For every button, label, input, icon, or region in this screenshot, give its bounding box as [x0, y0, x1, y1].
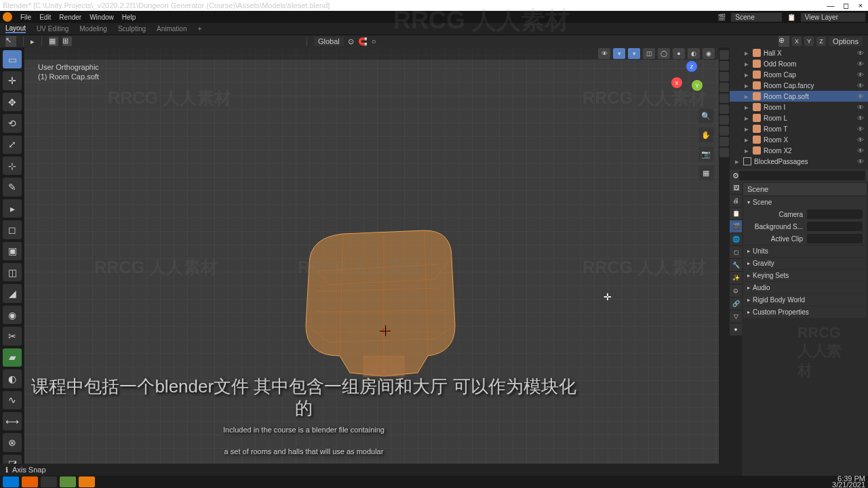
ptab-modifier[interactable]: 🔧 [730, 259, 742, 271]
taskbar-blender[interactable] [79, 476, 95, 487]
outliner-row[interactable]: ▸Room L👁 [730, 113, 868, 123]
tool-annotate[interactable]: ✎ [3, 178, 22, 196]
tool-transform[interactable]: ⊹ [3, 157, 22, 175]
menu-render[interactable]: Render [59, 14, 81, 21]
shading-icon[interactable]: ▾ [628, 48, 640, 59]
rendered-icon[interactable]: ◉ [703, 48, 715, 59]
strip-icon[interactable] [719, 61, 729, 70]
tool-spin[interactable]: ◐ [3, 369, 22, 388]
tab-add[interactable]: + [197, 25, 201, 33]
strip-icon[interactable] [719, 148, 729, 157]
outliner-row[interactable]: ▸Room T👁 [730, 123, 868, 134]
gizmo-z[interactable]: Z [686, 61, 697, 72]
camera-field[interactable] [807, 209, 863, 219]
snap-icon[interactable]: ▦ [49, 37, 58, 46]
snap-icon-2[interactable]: ⊞ [62, 37, 72, 46]
section-scene-header[interactable]: Scene [743, 197, 867, 208]
persp-icon[interactable]: ▦ [698, 165, 713, 180]
menu-edit[interactable]: Edit [39, 14, 51, 21]
menu-window[interactable]: Window [90, 14, 114, 21]
prop-section[interactable]: Audio [743, 282, 867, 293]
gizmo-icon[interactable]: ▾ [613, 48, 625, 59]
axis-y[interactable]: Y [804, 37, 814, 46]
taskbar-app[interactable] [41, 476, 57, 487]
clip-field[interactable] [807, 234, 863, 243]
tool-loopcut[interactable]: ◉ [3, 306, 22, 324]
outliner-row[interactable]: ▸Hall X👁 [730, 47, 868, 58]
strip-icon[interactable] [719, 137, 729, 146]
tool-edge-slide[interactable]: ⟷ [3, 412, 22, 430]
ptab-constraint[interactable]: 🔗 [730, 298, 742, 310]
close-icon[interactable]: × [856, 1, 865, 10]
proportional-icon[interactable]: ○ [372, 37, 376, 45]
prop-section[interactable]: Rigid Body World [743, 294, 867, 306]
ptab-material[interactable]: ● [730, 323, 742, 336]
tool-shrink[interactable]: ⊗ [3, 433, 22, 451]
clock[interactable]: 6:39 PM3/21/2021 [832, 476, 865, 488]
camera-icon[interactable]: 📷 [698, 146, 713, 161]
ptab-world[interactable]: 🌐 [730, 233, 742, 245]
play-icon[interactable]: ▸ [31, 37, 35, 46]
strip-icon[interactable] [719, 126, 729, 136]
orientation-dropdown[interactable]: Global [314, 37, 344, 46]
ptab-scene[interactable]: 🎬 [730, 220, 742, 232]
tab-sculpting[interactable]: Sculpting [118, 25, 146, 33]
menu-help[interactable]: Help [122, 14, 136, 21]
outliner-row[interactable]: ▸Odd Room👁 [730, 58, 868, 69]
scene-dropdown[interactable]: Scene [731, 13, 781, 22]
tool-select[interactable]: ▭ [3, 50, 22, 68]
prop-section[interactable]: Gravity [743, 258, 867, 269]
tool-knife[interactable]: ✂ [3, 327, 22, 345]
3d-viewport[interactable]: 👁 ▾ ▾ ◫ ◯ ● ◐ ◉ User Orthographic (1) Ro… [24, 47, 719, 476]
cursor-tool-icon[interactable]: ↖ [5, 36, 16, 47]
options-dropdown[interactable]: Options [829, 37, 863, 46]
start-icon[interactable] [3, 476, 19, 487]
pan-icon[interactable]: ✋ [698, 127, 713, 142]
prop-section[interactable]: Custom Properties [743, 306, 867, 318]
axis-z[interactable]: Z [816, 37, 826, 46]
ptab-mesh[interactable]: ▽ [730, 310, 742, 323]
prop-section[interactable]: Keying Sets [743, 270, 867, 281]
solid-icon[interactable]: ● [673, 48, 685, 59]
strip-icon[interactable] [719, 50, 729, 60]
strip-icon[interactable] [719, 94, 729, 103]
tool-cursor[interactable]: ✛ [3, 71, 22, 89]
outliner-row[interactable]: ▸Room Cap.fancy👁 [730, 80, 868, 91]
tool-move[interactable]: ✥ [3, 93, 22, 111]
taskbar-app[interactable] [22, 476, 38, 487]
viewlayer-dropdown[interactable]: View Layer [801, 13, 865, 22]
axis-x[interactable]: X [792, 37, 802, 46]
snap-toggle-icon[interactable]: 🧲 [358, 37, 368, 46]
outliner-row[interactable]: ▸BlockedPassages👁 [730, 156, 868, 167]
outliner-row[interactable]: ▸Room X👁 [730, 134, 868, 145]
strip-icon[interactable] [719, 83, 729, 92]
nav-gizmo[interactable]: Z X Y [671, 61, 712, 102]
tool-smooth[interactable]: ∿ [3, 391, 22, 409]
strip-icon[interactable] [719, 115, 729, 125]
outliner-row[interactable]: ▸Room Cap.soft👁 [730, 91, 868, 102]
outliner-row[interactable]: ▸Room X2👁 [730, 145, 868, 156]
scene-link[interactable]: Scene [747, 185, 768, 193]
ptab-particles[interactable]: ✨ [730, 272, 742, 284]
outliner[interactable]: ▸Hall X👁▸Odd Room👁▸Room Cap👁▸Room Cap.fa… [730, 47, 868, 169]
tool-rotate[interactable]: ⟲ [3, 114, 22, 132]
tool-bevel[interactable]: ◢ [3, 284, 22, 302]
minimize-icon[interactable]: — [826, 1, 835, 10]
gizmo-y[interactable]: Y [692, 80, 703, 91]
menu-file[interactable]: File [20, 14, 31, 21]
ptab-object[interactable]: ◻ [730, 246, 742, 258]
prop-section[interactable]: Units [743, 245, 867, 257]
gizmo-x[interactable]: X [671, 77, 682, 88]
outliner-row[interactable]: ▸Room I👁 [730, 102, 868, 113]
pivot-icon[interactable]: ⊙ [348, 37, 354, 46]
taskbar-app[interactable] [60, 476, 76, 487]
zoom-icon[interactable]: 🔍 [698, 108, 713, 123]
matprev-icon[interactable]: ◐ [688, 48, 700, 59]
maximize-icon[interactable]: ◻ [841, 1, 850, 10]
bg-field[interactable] [807, 222, 863, 231]
strip-icon[interactable] [719, 72, 729, 81]
tool-inset[interactable]: ◫ [3, 263, 22, 281]
ptab-viewlayer[interactable]: 📋 [730, 207, 742, 220]
tab-uv[interactable]: UV Editing [37, 25, 68, 33]
filter-icon[interactable]: ⚙ [732, 171, 739, 180]
